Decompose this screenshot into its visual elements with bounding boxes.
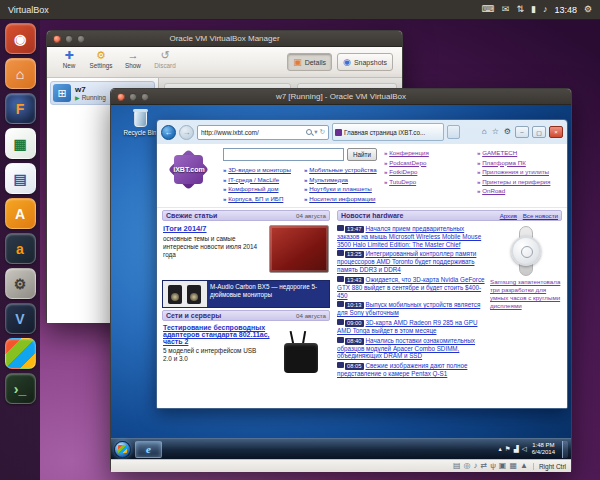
site-search-button[interactable]: Найти <box>347 148 377 161</box>
shared-folders-icon[interactable]: ▣ <box>499 462 507 470</box>
taskbar-ie-button[interactable]: e <box>135 441 162 458</box>
launcher-libreoffice-calc[interactable]: ▦ <box>5 128 36 159</box>
discard-button[interactable]: ↺ Discard <box>149 49 181 69</box>
article-link[interactable]: iТоги 2014/7 <box>163 224 263 233</box>
launcher-software-center[interactable]: A <box>5 198 36 229</box>
url-text[interactable]: http://www.ixbt.com/ <box>201 129 304 136</box>
settings-button[interactable]: ⚙ Settings <box>85 49 117 69</box>
show-desktop-button[interactable] <box>562 441 568 458</box>
back-button[interactable]: ← <box>161 125 176 140</box>
new-button[interactable]: ✚ New <box>53 49 85 69</box>
home-icon[interactable]: ⌂ <box>482 128 487 136</box>
hard-disk-icon[interactable]: ▤ <box>453 462 461 470</box>
smartwatch-image[interactable] <box>504 226 548 276</box>
panel-clock[interactable]: 13:48 <box>554 5 577 15</box>
article-image[interactable] <box>269 225 329 273</box>
address-bar[interactable]: http://www.ixbt.com/ ▾ ↻ <box>197 125 329 140</box>
nav-link[interactable]: IT-среда / MacLife <box>223 175 296 185</box>
news-icon <box>337 337 344 343</box>
launcher-dash-home[interactable]: ◉ <box>5 23 36 54</box>
battery-icon[interactable]: ▮ <box>531 5 536 14</box>
ie-close-button[interactable]: × <box>549 126 563 138</box>
keyboard-indicator-icon[interactable]: ⌨ <box>482 5 495 14</box>
close-icon[interactable] <box>117 93 125 101</box>
tray-icons: ▴⚑▟◁ <box>499 446 527 453</box>
launcher-system-settings[interactable]: ⚙ <box>5 268 36 299</box>
nav-link[interactable]: Комфортный дом <box>223 184 296 194</box>
launcher-windows-vm[interactable] <box>5 338 36 369</box>
vm-titlebar[interactable]: w7 [Running] - Oracle VM VirtualBox <box>111 89 571 105</box>
nav-link[interactable]: 3D-видео и мониторы <box>223 165 296 175</box>
site-search-input[interactable] <box>223 148 344 161</box>
details-button[interactable]: ▣ Details <box>287 53 332 71</box>
close-icon[interactable] <box>53 35 61 43</box>
nav-link[interactable]: Ноутбуки и планшеты <box>304 184 377 194</box>
article-summary: основные темы и самые интересные новости… <box>163 235 263 259</box>
archive-link[interactable]: Архив <box>500 212 517 219</box>
article-link[interactable]: Тестирование беспроводных адаптеров стан… <box>163 324 271 345</box>
nav-link[interactable]: Принтеры и периферия <box>477 177 562 187</box>
action-center-icon[interactable]: ⚑ <box>505 446 511 453</box>
sound-icon[interactable]: ♪ <box>543 5 548 14</box>
nav-link[interactable]: Корпуса, БП и ИБП <box>223 194 296 204</box>
search-icon[interactable] <box>306 129 312 135</box>
nav-link[interactable]: TutuDepo <box>384 177 469 187</box>
vbox-status-bar: ▤◎♪⇄ψ▣▦▲ Right Ctrl <box>111 459 571 472</box>
audio-icon[interactable]: ♪ <box>473 462 477 470</box>
launcher-firefox[interactable]: F <box>5 93 36 124</box>
recycle-bin[interactable]: Recycle Bin <box>119 111 161 136</box>
minimize-icon[interactable] <box>65 35 73 43</box>
nav-link[interactable]: PodcastDepo <box>384 158 469 168</box>
display-icon[interactable]: ▦ <box>509 462 517 470</box>
launcher-icon: ▤ <box>13 172 26 186</box>
all-news-link[interactable]: Все новости <box>523 212 558 219</box>
nav-link[interactable]: Носители информации <box>304 194 377 204</box>
news-icon <box>337 301 344 307</box>
ixbt-logo[interactable]: iXBT.com <box>162 148 216 205</box>
start-button[interactable] <box>114 441 131 458</box>
network-icon[interactable]: ⇅ <box>516 5 524 14</box>
nav-link[interactable]: Мультимедиа <box>304 175 377 185</box>
optical-disk-icon[interactable]: ◎ <box>463 462 470 470</box>
nav-link[interactable]: Мобильные устройства <box>304 165 377 175</box>
forward-button[interactable]: → <box>179 125 194 140</box>
usb-icon[interactable]: ψ <box>490 462 496 470</box>
nav-link[interactable]: FotkiDepo <box>384 167 469 177</box>
taskbar-clock[interactable]: 1:48 PM 6/4/2014 <box>532 442 555 456</box>
network-tray-icon[interactable]: ▟ <box>514 446 519 453</box>
volume-icon[interactable]: ◁ <box>522 446 527 453</box>
nav-link[interactable]: Конференция <box>384 148 469 158</box>
mail-icon[interactable]: ✉ <box>502 5 510 14</box>
maximize-icon[interactable] <box>77 35 85 43</box>
router-image[interactable] <box>276 331 328 377</box>
show-hidden-icons-icon[interactable]: ▴ <box>499 446 502 453</box>
maudio-banner[interactable]: M-Audio Carbon BX5 — недорогие 5-дюймовы… <box>162 280 330 308</box>
maximize-icon[interactable] <box>141 93 149 101</box>
show-button[interactable]: → Show <box>117 49 149 69</box>
network-adapter-icon[interactable]: ⇄ <box>480 462 487 470</box>
aside-link[interactable]: Samsung запатентовала три разработки для… <box>490 278 562 310</box>
browser-tab[interactable]: Главная страница iXBT.co... <box>332 123 444 141</box>
dropdown-icon[interactable]: ▾ <box>314 129 317 136</box>
snapshots-button[interactable]: ◉ Snapshots <box>337 53 393 71</box>
launcher-amazon[interactable]: a <box>5 233 36 264</box>
windows7-desktop[interactable]: Recycle Bin ← → http://www.ixbt.com/ ▾ ↻… <box>111 105 571 459</box>
launcher-files[interactable]: ⌂ <box>5 58 36 89</box>
nav-link[interactable]: GAMETECH <box>477 148 562 158</box>
nav-link[interactable]: Приложения и утилиты <box>477 167 562 177</box>
ie-minimize-button[interactable]: – <box>515 126 529 138</box>
ie-maximize-button[interactable]: ▢ <box>532 126 546 138</box>
tools-icon[interactable]: ⚙ <box>504 128 511 136</box>
session-icon[interactable]: ⚙ <box>584 5 592 14</box>
refresh-icon[interactable]: ↻ <box>320 129 325 136</box>
favorites-icon[interactable]: ☆ <box>492 128 499 136</box>
manager-titlebar[interactable]: Oracle VM VirtualBox Manager <box>47 31 402 47</box>
nav-link[interactable]: Платформа ПК <box>477 158 562 168</box>
launcher-terminal[interactable]: ›_ <box>5 373 36 404</box>
launcher-virtualbox[interactable]: V <box>5 303 36 334</box>
nav-link[interactable]: OnRoad <box>477 186 562 196</box>
mouse-integration-icon[interactable]: ▲ <box>520 462 528 470</box>
new-tab-button[interactable] <box>447 125 460 139</box>
launcher-libreoffice-writer[interactable]: ▤ <box>5 163 36 194</box>
minimize-icon[interactable] <box>129 93 137 101</box>
